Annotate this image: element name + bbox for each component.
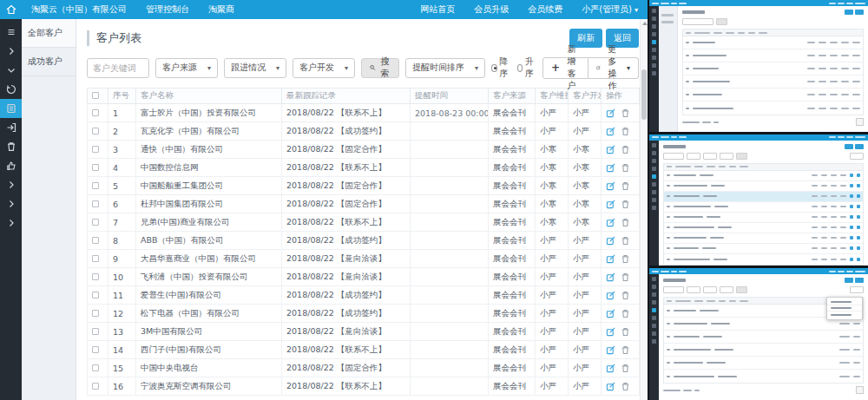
edit-icon[interactable] [606,272,615,282]
home-icon[interactable] [0,0,22,19]
navbar-item-site-home[interactable]: 网站首页 [411,0,464,20]
mini-search-button[interactable] [736,153,747,160]
mini-table-row[interactable] [683,36,863,49]
mini-table-row[interactable] [683,89,863,102]
delete-icon[interactable] [621,327,630,337]
mini-select[interactable] [703,286,717,293]
mini-edit-icon[interactable] [850,258,853,261]
delete-icon[interactable] [621,309,630,318]
row-checkbox[interactable] [92,219,99,226]
mini-edit-icon[interactable] [850,194,853,198]
chevron-right-icon[interactable] [0,175,22,194]
row-checkbox[interactable] [92,237,99,244]
mini-table-row[interactable] [664,254,863,265]
mini-edit-icon[interactable] [850,246,853,250]
sign-out-icon[interactable] [0,118,22,137]
navbar-item-admin-console[interactable]: 管理控制台 [136,0,199,19]
row-checkbox[interactable] [92,109,99,116]
chevron-right-icon[interactable] [0,213,22,233]
delete-icon[interactable] [621,291,630,300]
mini-button[interactable] [855,10,864,15]
more-actions-button[interactable]: 更多操作▾ [589,57,639,79]
mini-search-button[interactable] [736,286,747,293]
mini-delete-icon[interactable] [857,174,860,177]
mini-table-row[interactable] [664,357,863,370]
mini-search-button[interactable] [716,18,727,25]
table-icon[interactable] [0,99,22,118]
delete-icon[interactable] [621,364,630,373]
edit-icon[interactable] [606,163,615,173]
edit-icon[interactable] [606,291,615,300]
mini-select[interactable] [687,286,700,293]
edit-icon[interactable] [606,145,615,154]
row-checkbox[interactable] [92,128,99,134]
menu-icon[interactable] [0,23,22,42]
scrollbar-thumb[interactable] [641,69,647,120]
mini-page-box[interactable] [856,386,864,394]
mini-delete-icon[interactable] [857,258,860,261]
navbar-brand[interactable]: 淘聚云（中国）有限公司 [22,0,136,19]
mini-edit-icon[interactable] [850,184,853,187]
edit-icon[interactable] [606,108,615,118]
edit-icon[interactable] [606,236,615,246]
trash-icon[interactable] [0,137,22,156]
mini-menu-item[interactable] [827,305,862,311]
follow-status-select[interactable]: 跟进情况▾ [224,58,286,78]
delete-icon[interactable] [621,345,630,355]
mini-menu-item[interactable] [827,299,862,305]
search-button[interactable]: 搜索 [361,58,399,78]
edit-icon[interactable] [606,181,615,191]
mini-table-row[interactable] [664,192,863,202]
mini-select[interactable] [720,153,733,160]
edit-icon[interactable] [606,382,615,391]
mini-more-button[interactable] [850,153,864,160]
mini-button[interactable] [855,278,864,283]
delete-icon[interactable] [621,254,630,264]
mini-button[interactable] [855,144,864,149]
row-checkbox[interactable] [92,364,99,371]
mini-delete-icon[interactable] [857,226,860,229]
delete-icon[interactable] [621,218,630,227]
sign-in-icon[interactable] [0,80,22,99]
edit-icon[interactable] [606,345,615,355]
mini-table-row[interactable] [683,75,863,89]
add-customer-button[interactable]: +新增客户 [542,57,589,79]
vertical-scrollbar[interactable] [640,19,648,400]
customer-develop-select[interactable]: 客户开发▾ [293,58,355,78]
row-checkbox[interactable] [92,328,99,335]
scroll-up-arrow[interactable] [642,22,648,25]
mini-table-row[interactable] [664,370,863,383]
mini-more-button[interactable] [850,286,864,293]
thumbs-up-icon[interactable] [0,156,22,175]
mini-delete-icon[interactable] [857,246,860,250]
mini-edit-icon[interactable] [850,174,853,177]
mini-table-row[interactable] [664,331,863,344]
row-checkbox[interactable] [92,182,99,189]
mini-table-row[interactable] [664,223,863,233]
mini-select[interactable] [703,153,717,160]
edit-icon[interactable] [606,218,615,227]
mini-table-row[interactable] [683,102,863,115]
edit-icon[interactable] [606,200,615,209]
mini-table-row[interactable] [664,344,863,357]
preview-window-bottom[interactable] [649,268,868,400]
delete-icon[interactable] [621,108,630,118]
mini-delete-icon[interactable] [857,184,860,187]
row-checkbox[interactable] [92,200,99,207]
mini-button[interactable] [845,278,853,283]
mini-edit-icon[interactable] [850,236,853,239]
preview-window-middle[interactable] [649,134,868,266]
delete-icon[interactable] [621,200,630,209]
edit-icon[interactable] [606,309,615,318]
mini-edit-icon[interactable] [850,226,853,229]
delete-icon[interactable] [621,272,630,282]
row-checkbox[interactable] [92,146,99,153]
mini-button[interactable] [845,144,853,149]
mini-table-row[interactable] [664,233,863,244]
edit-icon[interactable] [606,364,615,373]
mini-edit-icon[interactable] [850,205,853,208]
delete-icon[interactable] [621,127,630,136]
remind-time-sort-select[interactable]: 提醒时间排序▾ [405,58,485,78]
sidebar-item-all-customers[interactable]: 全部客户 [22,19,76,48]
navbar-item-member-upgrade[interactable]: 会员升级 [464,0,518,20]
